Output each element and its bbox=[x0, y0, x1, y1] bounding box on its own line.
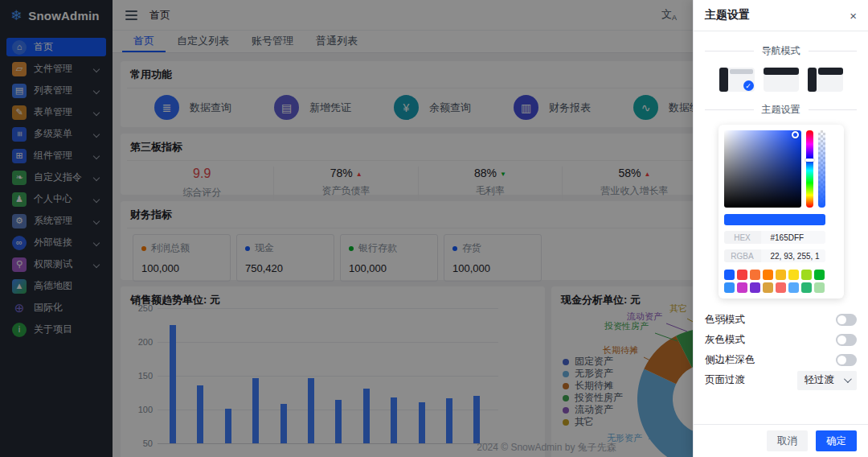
toggle-switch[interactable] bbox=[836, 314, 857, 326]
drawer-header: 主题设置 × bbox=[694, 0, 868, 31]
toggle-switch[interactable] bbox=[836, 354, 857, 366]
rgba-label: RGBA bbox=[724, 249, 761, 262]
color-swatch-2[interactable] bbox=[750, 270, 760, 280]
drawer-title: 主题设置 bbox=[705, 8, 750, 23]
toggle-knob bbox=[837, 315, 846, 324]
rgba-value[interactable]: 22, 93, 255, 1 bbox=[761, 249, 825, 262]
toggle-switch[interactable] bbox=[836, 334, 857, 346]
option-label: 灰色模式 bbox=[705, 333, 745, 347]
close-icon[interactable]: × bbox=[850, 10, 857, 22]
select-value: 轻过渡 bbox=[805, 373, 835, 387]
color-swatch-12[interactable] bbox=[776, 282, 786, 293]
saturation-cursor[interactable] bbox=[792, 131, 799, 138]
theme-divider: 主题设置 bbox=[705, 103, 857, 117]
nav-mode-divider: 导航模式 bbox=[705, 44, 857, 58]
hue-handle[interactable] bbox=[805, 159, 814, 162]
nav-mode-horizontal[interactable] bbox=[764, 68, 799, 92]
theme-options: 色弱模式灰色模式侧边栏深色页面过渡轻过渡 bbox=[705, 310, 857, 390]
drawer-footer: 取消 确定 bbox=[694, 424, 868, 457]
color-swatch-4[interactable] bbox=[776, 270, 786, 280]
toggle-knob bbox=[837, 336, 846, 344]
color-swatch-13[interactable] bbox=[788, 282, 799, 293]
color-swatch-0[interactable] bbox=[724, 270, 735, 280]
page-transition-label: 页面过渡 bbox=[705, 373, 745, 387]
toggle-knob bbox=[837, 356, 846, 364]
hue-slider[interactable] bbox=[806, 130, 813, 208]
hex-input-row[interactable]: HEX #165DFF bbox=[724, 231, 825, 244]
color-swatch-15[interactable] bbox=[814, 282, 825, 293]
color-swatch-9[interactable] bbox=[737, 282, 747, 293]
saturation-panel[interactable] bbox=[724, 130, 801, 208]
selected-check-icon: ✓ bbox=[743, 80, 754, 91]
page-transition-select[interactable]: 轻过渡 bbox=[797, 371, 858, 390]
color-swatch-11[interactable] bbox=[763, 282, 773, 293]
color-picker: HEX #165DFF RGBA 22, 93, 255, 1 bbox=[719, 125, 844, 298]
rgba-input-row[interactable]: RGBA 22, 93, 255, 1 bbox=[724, 249, 825, 262]
screen: ❄ SnowAdmin ⌂首页▱文件管理▤列表管理✎表单管理≡多级菜单⊞组件管理… bbox=[0, 0, 868, 457]
hex-label: HEX bbox=[724, 231, 761, 244]
chevron-down-icon bbox=[844, 375, 852, 383]
color-swatch-8[interactable] bbox=[724, 282, 735, 293]
preset-swatches bbox=[724, 270, 825, 293]
cancel-button[interactable]: 取消 bbox=[767, 430, 808, 451]
drawer-body: 导航模式 ✓ 主题设置 bbox=[694, 31, 868, 424]
color-swatch-10[interactable] bbox=[750, 282, 760, 293]
color-swatch-3[interactable] bbox=[763, 270, 773, 280]
nav-mode-mix[interactable] bbox=[808, 68, 843, 92]
color-swatch-1[interactable] bbox=[737, 270, 747, 280]
theme-section-label: 主题设置 bbox=[762, 103, 800, 117]
nav-mode-options: ✓ bbox=[705, 68, 857, 92]
color-swatch-7[interactable] bbox=[814, 270, 825, 280]
nav-mode-vertical[interactable]: ✓ bbox=[719, 68, 755, 92]
color-swatch-5[interactable] bbox=[788, 270, 799, 280]
option-label: 色弱模式 bbox=[705, 313, 745, 327]
theme-settings-drawer: 主题设置 × 导航模式 ✓ bbox=[693, 0, 868, 457]
page-transition-row: 页面过渡轻过渡 bbox=[705, 370, 857, 390]
option-row-1: 灰色模式 bbox=[705, 330, 857, 350]
option-row-0: 色弱模式 bbox=[705, 310, 857, 330]
confirm-button[interactable]: 确定 bbox=[816, 430, 857, 451]
color-swatch-6[interactable] bbox=[801, 270, 812, 280]
nav-mode-label: 导航模式 bbox=[762, 44, 800, 58]
current-color-bar bbox=[724, 214, 825, 225]
hex-value[interactable]: #165DFF bbox=[761, 231, 825, 244]
alpha-slider[interactable] bbox=[818, 130, 825, 208]
color-swatch-14[interactable] bbox=[801, 282, 812, 293]
option-label: 侧边栏深色 bbox=[705, 353, 755, 367]
option-row-2: 侧边栏深色 bbox=[705, 350, 857, 370]
